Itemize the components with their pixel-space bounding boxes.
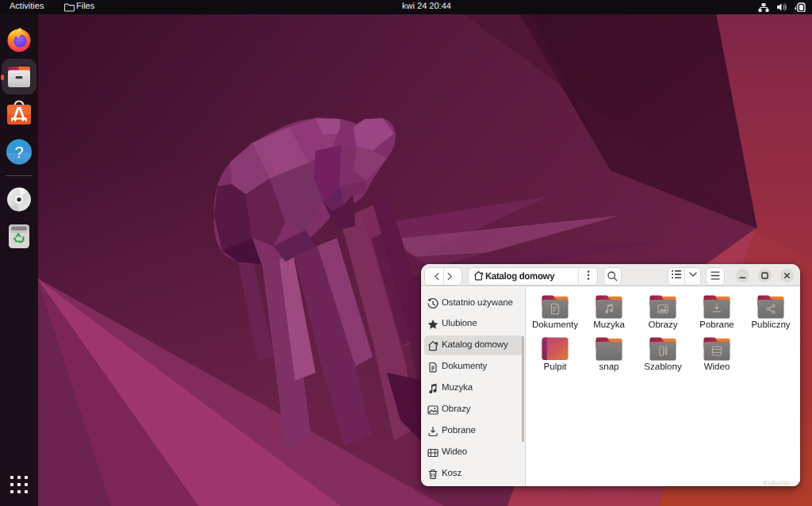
svg-text:?: ? [14,144,23,162]
